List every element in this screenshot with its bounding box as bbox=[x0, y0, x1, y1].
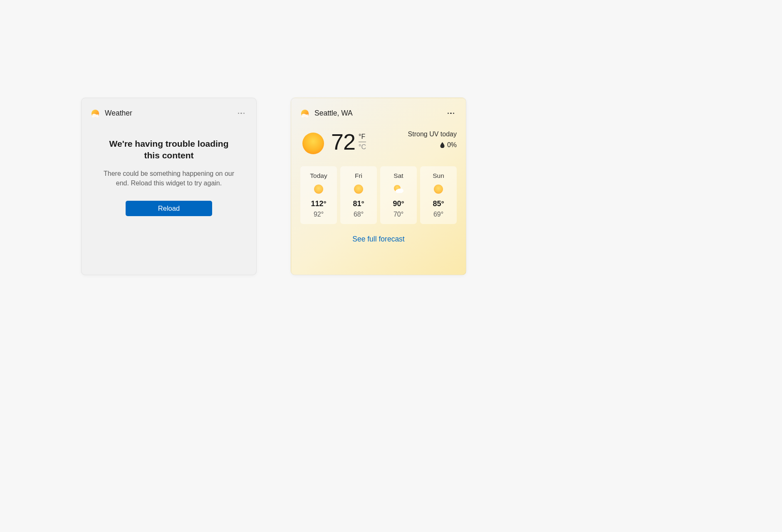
weather-body: 72 °F °C Strong UV today 0% Today112°92°… bbox=[291, 121, 466, 275]
sun-icon bbox=[313, 184, 324, 195]
location-title: Seattle, WA bbox=[314, 109, 353, 118]
precipitation: 0% bbox=[408, 141, 457, 149]
uv-warning: Strong UV today bbox=[408, 131, 457, 138]
droplet-icon bbox=[440, 142, 445, 148]
weather-app-icon bbox=[91, 109, 100, 118]
reload-button[interactable]: Reload bbox=[126, 201, 212, 216]
svg-point-8 bbox=[434, 185, 443, 194]
day-low-temp: 69° bbox=[433, 211, 443, 218]
current-temperature: 72 bbox=[331, 131, 355, 153]
day-high-temp: 81° bbox=[353, 200, 364, 208]
svg-point-3 bbox=[314, 185, 323, 194]
conditions-info: Strong UV today 0% bbox=[408, 131, 457, 149]
precipitation-value: 0% bbox=[447, 141, 457, 149]
day-low-temp: 92° bbox=[314, 211, 324, 218]
widget-header: Weather bbox=[82, 98, 256, 121]
day-name: Sat bbox=[393, 172, 403, 180]
svg-point-7 bbox=[396, 189, 401, 193]
partly-cloudy-icon bbox=[393, 184, 404, 195]
error-body: We're having trouble loading this conten… bbox=[82, 121, 256, 275]
day-high-temp: 90° bbox=[393, 200, 404, 208]
day-low-temp: 68° bbox=[354, 211, 364, 218]
see-full-forecast-link[interactable]: See full forecast bbox=[300, 235, 457, 247]
svg-point-2 bbox=[302, 133, 324, 154]
unit-fahrenheit[interactable]: °F bbox=[359, 133, 366, 142]
widget-title: Weather bbox=[105, 109, 132, 118]
day-name: Today bbox=[310, 172, 327, 180]
error-heading: We're having trouble loading this conten… bbox=[101, 138, 236, 162]
forecast-day[interactable]: Sun85°69° bbox=[420, 166, 457, 224]
unit-celsius[interactable]: °C bbox=[359, 142, 366, 151]
more-options-button[interactable] bbox=[235, 109, 247, 118]
weather-app-icon bbox=[300, 109, 309, 118]
current-conditions: 72 °F °C Strong UV today 0% bbox=[300, 131, 457, 155]
more-icon bbox=[238, 113, 245, 114]
weather-error-widget: Weather We're having trouble loading thi… bbox=[81, 98, 257, 275]
more-options-button[interactable] bbox=[445, 109, 457, 118]
unit-toggle: °F °C bbox=[359, 133, 366, 151]
temperature-block: 72 °F °C bbox=[331, 131, 366, 153]
day-name: Fri bbox=[355, 172, 362, 180]
forecast-row: Today112°92°Fri81°68°Sat90°70°Sun85°69° bbox=[300, 166, 457, 224]
sun-icon bbox=[302, 132, 324, 155]
widget-header: Seattle, WA bbox=[291, 98, 466, 121]
svg-point-4 bbox=[354, 185, 363, 194]
weather-widget: Seattle, WA 72 °F °C Strong UV today bbox=[291, 98, 466, 275]
forecast-day[interactable]: Fri81°68° bbox=[340, 166, 377, 224]
sun-icon bbox=[433, 184, 444, 195]
sun-icon bbox=[353, 184, 364, 195]
day-high-temp: 85° bbox=[433, 200, 444, 208]
more-icon bbox=[448, 113, 455, 114]
day-high-temp: 112° bbox=[311, 200, 326, 208]
day-name: Sun bbox=[433, 172, 444, 180]
forecast-day[interactable]: Today112°92° bbox=[300, 166, 337, 224]
forecast-day[interactable]: Sat90°70° bbox=[380, 166, 417, 224]
day-low-temp: 70° bbox=[393, 211, 403, 218]
error-description: There could be something happening on ou… bbox=[102, 169, 235, 188]
